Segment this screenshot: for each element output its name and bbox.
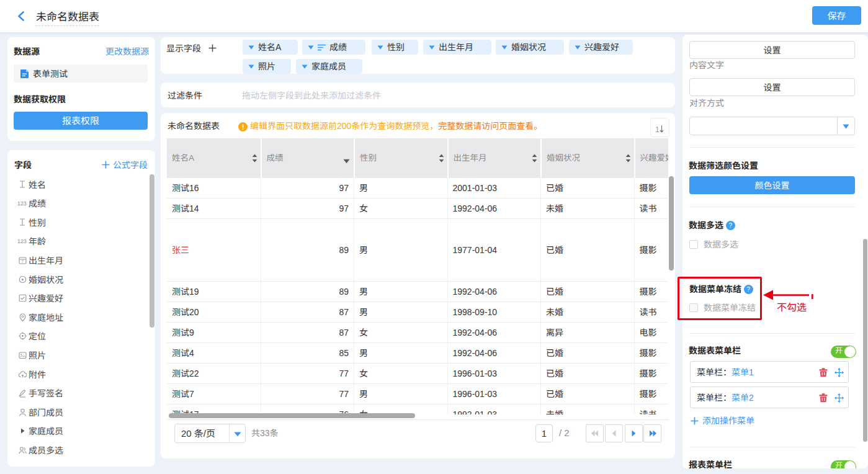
svg-text:7: 7: [21, 259, 24, 263]
svg-text:123: 123: [17, 200, 27, 207]
svg-text:?: ?: [746, 286, 750, 293]
svg-text:123: 123: [17, 238, 27, 244]
svg-text:?: ?: [728, 222, 732, 229]
